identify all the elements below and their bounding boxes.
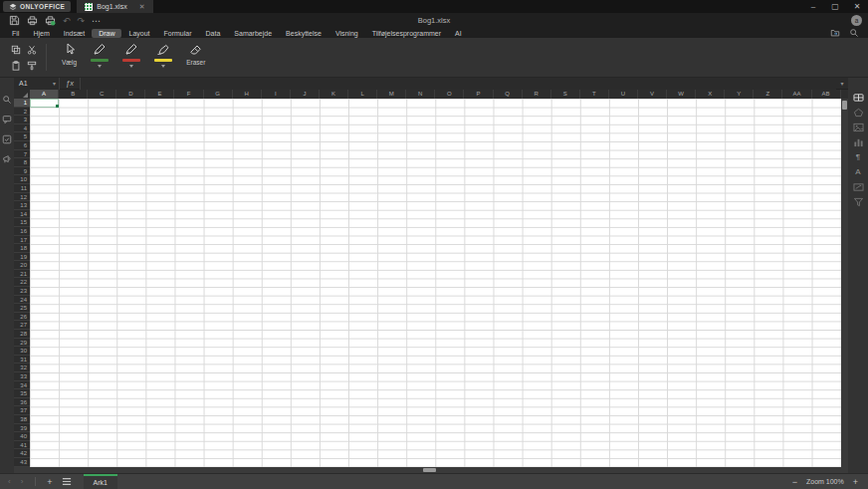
vertical-scrollbar[interactable]	[841, 99, 848, 467]
row-header-16[interactable]: 16	[14, 227, 30, 236]
sheet-nav-right-icon[interactable]: ›	[21, 475, 24, 489]
feedback-support-icon[interactable]	[2, 154, 12, 164]
row-header-40[interactable]: 40	[14, 432, 30, 441]
column-header-W[interactable]: W	[667, 90, 696, 99]
column-header-H[interactable]: H	[233, 90, 262, 99]
select-all-corner[interactable]	[14, 90, 30, 99]
row-header-37[interactable]: 37	[14, 406, 30, 415]
menu-tab-layout[interactable]: Layout	[121, 29, 156, 38]
signature-settings-icon[interactable]	[853, 182, 864, 192]
row-header-31[interactable]: 31	[14, 356, 30, 365]
comments-icon[interactable]	[2, 115, 12, 124]
column-header-R[interactable]: R	[523, 90, 551, 99]
column-header-K[interactable]: K	[320, 90, 348, 99]
row-header-23[interactable]: 23	[14, 287, 30, 296]
row-header-24[interactable]: 24	[14, 296, 30, 305]
row-header-36[interactable]: 36	[14, 398, 30, 407]
column-header-E[interactable]: E	[145, 90, 174, 99]
column-header-P[interactable]: P	[464, 90, 493, 99]
column-header-AB[interactable]: AB	[812, 90, 841, 99]
formula-input[interactable]	[81, 78, 836, 90]
column-header-S[interactable]: S	[551, 90, 580, 99]
row-header-7[interactable]: 7	[14, 150, 30, 159]
sheet-nav-left-icon[interactable]: ‹	[8, 475, 11, 489]
sheet-list-icon[interactable]	[60, 477, 78, 486]
column-header-T[interactable]: T	[580, 90, 609, 99]
search-icon[interactable]	[2, 95, 12, 105]
row-header-11[interactable]: 11	[14, 184, 30, 193]
document-tab-close-icon[interactable]: ✕	[139, 3, 145, 11]
column-header-B[interactable]: B	[59, 90, 88, 99]
column-header-AA[interactable]: AA	[782, 90, 811, 99]
row-header-42[interactable]: 42	[14, 449, 30, 458]
row-header-33[interactable]: 33	[14, 372, 30, 381]
name-box[interactable]: A1 ▾	[14, 78, 60, 90]
column-header-V[interactable]: V	[638, 90, 667, 99]
menu-tab-inds-t[interactable]: Indsæt	[57, 29, 92, 38]
pen-green-dropdown-icon[interactable]	[98, 65, 102, 68]
row-header-12[interactable]: 12	[14, 193, 30, 202]
row-header-39[interactable]: 39	[14, 424, 30, 433]
image-settings-icon[interactable]	[853, 122, 864, 132]
column-header-Y[interactable]: Y	[725, 90, 754, 99]
row-header-9[interactable]: 9	[14, 167, 30, 176]
column-header-U[interactable]: U	[609, 90, 638, 99]
row-header-14[interactable]: 14	[14, 210, 30, 219]
horizontal-scrollbar-thumb[interactable]	[423, 468, 436, 472]
row-header-41[interactable]: 41	[14, 441, 30, 450]
row-header-27[interactable]: 27	[14, 321, 30, 330]
selected-cell-a1[interactable]	[30, 99, 59, 108]
minimize-button[interactable]: –	[802, 0, 824, 13]
cut-icon[interactable]	[27, 45, 37, 55]
highlighter-dropdown-icon[interactable]	[161, 65, 165, 68]
close-button[interactable]: ✕	[846, 0, 868, 13]
menu-tab-beskyttelse[interactable]: Beskyttelse	[279, 29, 328, 38]
pen-red-dropdown-icon[interactable]	[129, 65, 133, 68]
chart-settings-icon[interactable]	[853, 137, 864, 147]
menu-tab-draw[interactable]: Draw	[92, 29, 121, 38]
row-header-25[interactable]: 25	[14, 304, 30, 313]
pen-red-tool[interactable]	[115, 38, 147, 77]
column-header-Z[interactable]: Z	[754, 90, 782, 99]
maximize-button[interactable]: ▢	[824, 0, 846, 13]
insert-function-icon[interactable]: ƒx	[60, 78, 81, 90]
row-header-10[interactable]: 10	[14, 175, 30, 184]
cell-grid[interactable]	[30, 99, 841, 467]
name-box-chevron-icon[interactable]: ▾	[53, 80, 56, 87]
menu-tab-visning[interactable]: Visning	[328, 29, 365, 38]
row-header-35[interactable]: 35	[14, 389, 30, 398]
user-avatar[interactable]: a	[851, 15, 862, 26]
column-header-G[interactable]: G	[204, 90, 233, 99]
shape-settings-icon[interactable]	[853, 108, 864, 118]
formula-bar-expand-icon[interactable]: ▾	[836, 80, 848, 87]
copy-icon[interactable]	[11, 45, 21, 55]
row-header-18[interactable]: 18	[14, 244, 30, 253]
row-header-17[interactable]: 17	[14, 236, 30, 245]
menu-tab-data[interactable]: Data	[199, 29, 228, 38]
row-header-26[interactable]: 26	[14, 313, 30, 322]
format-painter-icon[interactable]	[27, 61, 37, 71]
column-header-L[interactable]: L	[348, 90, 377, 99]
row-header-21[interactable]: 21	[14, 270, 30, 279]
row-header-8[interactable]: 8	[14, 158, 30, 167]
column-header-J[interactable]: J	[291, 90, 320, 99]
cell-settings-icon[interactable]	[853, 93, 864, 103]
paste-icon[interactable]	[11, 61, 21, 71]
row-header-32[interactable]: 32	[14, 364, 30, 372]
horizontal-scrollbar[interactable]	[14, 467, 848, 473]
spellcheck-icon[interactable]	[2, 134, 12, 144]
column-header-I[interactable]: I	[262, 90, 291, 99]
document-tab[interactable]: Bog1.xlsx ✕	[77, 0, 152, 13]
pen-green-tool[interactable]	[84, 38, 115, 77]
menu-tab-samarbejde[interactable]: Samarbejde	[227, 29, 279, 38]
pivot-table-settings-icon[interactable]: ¶	[856, 152, 860, 162]
column-header-C[interactable]: C	[88, 90, 116, 99]
row-header-30[interactable]: 30	[14, 347, 30, 356]
row-header-3[interactable]: 3	[14, 116, 30, 124]
menu-tab-formular[interactable]: Formular	[157, 29, 199, 38]
column-header-X[interactable]: X	[696, 90, 725, 99]
eraser-tool[interactable]: Eraser	[179, 38, 212, 77]
sheet-tab-ark1[interactable]: Ark1	[84, 474, 117, 489]
row-header-13[interactable]: 13	[14, 201, 30, 210]
menu-tab-hjem[interactable]: Hjem	[26, 29, 56, 38]
